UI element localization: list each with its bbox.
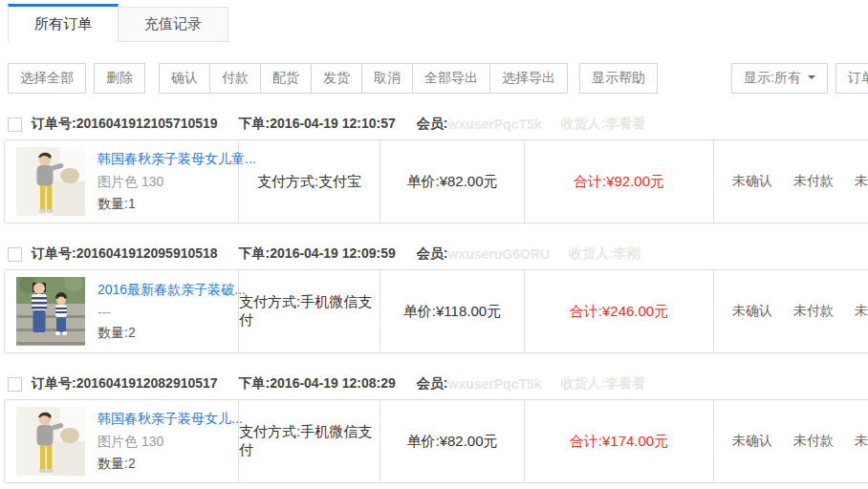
status-unpaid[interactable]: 未付款 [793,173,834,190]
tab-bar: 所有订单 充值记录 [0,4,868,42]
payment-method: 支付方式:手机微信支付 [239,270,380,352]
status-unshipped[interactable]: 未发货 [855,173,868,190]
product-photo[interactable] [16,147,85,216]
show-help-button[interactable]: 显示帮助 [579,63,658,94]
order-placed-time: 下单:2016-04-19 12:08:29 [239,375,396,393]
receiver-watermark: 收货人:李刚 [569,245,640,263]
order-placed-time: 下单:2016-04-19 12:10:57 [239,116,396,133]
product-title-link[interactable]: 韩国春秋亲子装母女儿童... [98,151,256,168]
payment-method: 支付方式:手机微信支付 [239,400,380,482]
status-unconfirmed[interactable]: 未确认 [732,303,772,320]
display-filter-dropdown[interactable]: 显示:所有 [731,63,828,94]
product-quantity: 数量:2 [98,325,246,342]
member-name-watermark: wxuseruG6ORU [448,246,551,262]
delete-button[interactable]: 删除 [94,63,145,94]
product-cell: 韩国春秋亲子装母女儿童... 图片色 130 数量:1 [5,140,239,223]
status-cell: 未确认 未付款 未发货 [714,400,868,482]
product-info: 2016最新春款亲子装破... --- 数量:2 [98,282,246,342]
member-label: 会员: [417,375,448,393]
product-cell: 2016最新春款亲子装破... --- 数量:2 [5,270,239,352]
product-quantity: 数量:2 [98,456,243,473]
order-block: 订单号:2016041912095910518 下单:2016-04-19 12… [0,239,868,353]
member-name-watermark: wxuserPqcT5k [448,117,542,132]
order-card: 2016最新春款亲子装破... --- 数量:2 支付方式:手机微信支付 单价:… [4,269,868,353]
allocate-button[interactable]: 配货 [261,63,312,94]
order-number: 订单号:2016041912095910518 [32,245,218,263]
order-placed-time: 下单:2016-04-19 12:09:59 [239,245,396,263]
unit-price: 单价:¥118.00元 [380,270,525,352]
ship-button[interactable]: 发货 [312,63,362,94]
order-total: 合计:¥92.00元 [525,140,714,223]
order-number-dropdown[interactable]: 订单编号 [835,63,868,94]
order-list: 订单号:2016041912105710519 下单:2016-04-19 12… [0,109,868,483]
order-card: 韩国春秋亲子装母女儿... 图片色 130 数量:2 支付方式:手机微信支付 单… [4,399,868,483]
member-label: 会员: [417,116,448,133]
unit-price: 单价:¥82.00元 [380,140,525,223]
order-total: 合计:¥174.00元 [525,400,714,482]
order-card: 韩国春秋亲子装母女儿童... 图片色 130 数量:1 支付方式:支付宝 单价:… [4,139,868,223]
product-spec: 图片色 130 [98,174,256,191]
chevron-down-icon [808,75,815,83]
order-checkbox[interactable] [8,377,22,392]
product-spec: 图片色 130 [98,434,243,451]
order-number-label: 订单编号 [848,70,868,87]
select-all-button[interactable]: 选择全部 [8,63,86,94]
status-unpaid[interactable]: 未付款 [793,303,834,320]
pay-button[interactable]: 付款 [210,63,261,94]
order-header: 订单号:2016041912105710519 下单:2016-04-19 12… [0,109,868,139]
status-unshipped[interactable]: 未发货 [855,433,868,450]
product-quantity: 数量:1 [98,196,256,213]
cancel-button[interactable]: 取消 [362,63,413,94]
status-cell: 未确认 未付款 未发货 [714,140,868,223]
order-checkbox[interactable] [8,117,22,132]
status-unconfirmed[interactable]: 未确认 [732,433,772,450]
product-photo[interactable] [16,407,85,476]
order-checkbox[interactable] [8,247,22,262]
confirm-button[interactable]: 确认 [159,63,210,94]
product-cell: 韩国春秋亲子装母女儿... 图片色 130 数量:2 [5,400,239,482]
tab-all-orders[interactable]: 所有订单 [8,4,119,42]
order-block: 订单号:2016041912082910517 下单:2016-04-19 12… [0,369,868,483]
receiver-watermark: 收货人:李看看 [561,375,646,393]
order-block: 订单号:2016041912105710519 下单:2016-04-19 12… [0,109,868,223]
toolbar: 选择全部 删除 确认 付款 配货 发货 取消 全部导出 选择导出 显示帮助 显示… [8,61,868,96]
product-spec: --- [98,305,246,320]
product-title-link[interactable]: 2016最新春款亲子装破... [98,282,246,299]
member-label: 会员: [417,245,448,263]
receiver-watermark: 收货人:李看看 [561,116,646,133]
member-name-watermark: wxuserPqcT5k [448,376,542,392]
payment-method: 支付方式:支付宝 [239,140,380,223]
order-number: 订单号:2016041912105710519 [32,116,218,133]
status-unpaid[interactable]: 未付款 [793,433,834,450]
order-number: 订单号:2016041912082910517 [32,375,218,393]
product-title-link[interactable]: 韩国春秋亲子装母女儿... [98,411,243,428]
product-info: 韩国春秋亲子装母女儿童... 图片色 130 数量:1 [98,151,256,213]
order-header: 订单号:2016041912082910517 下单:2016-04-19 12… [0,369,868,399]
tab-recharge-records[interactable]: 充值记录 [119,7,228,42]
order-header: 订单号:2016041912095910518 下单:2016-04-19 12… [0,239,868,269]
display-filter-label: 显示:所有 [744,70,801,87]
export-selected-button[interactable]: 选择导出 [490,63,568,94]
product-info: 韩国春秋亲子装母女儿... 图片色 130 数量:2 [98,411,243,473]
export-all-button[interactable]: 全部导出 [413,63,490,94]
unit-price: 单价:¥82.00元 [380,400,525,482]
order-total: 合计:¥246.00元 [525,270,714,352]
status-unconfirmed[interactable]: 未确认 [732,173,772,190]
status-unshipped[interactable]: 未发货 [855,303,868,320]
order-action-group: 确认 付款 配货 发货 取消 全部导出 选择导出 [159,63,568,94]
status-cell: 未确认 未付款 未发货 [714,270,868,352]
product-photo[interactable] [16,277,85,346]
